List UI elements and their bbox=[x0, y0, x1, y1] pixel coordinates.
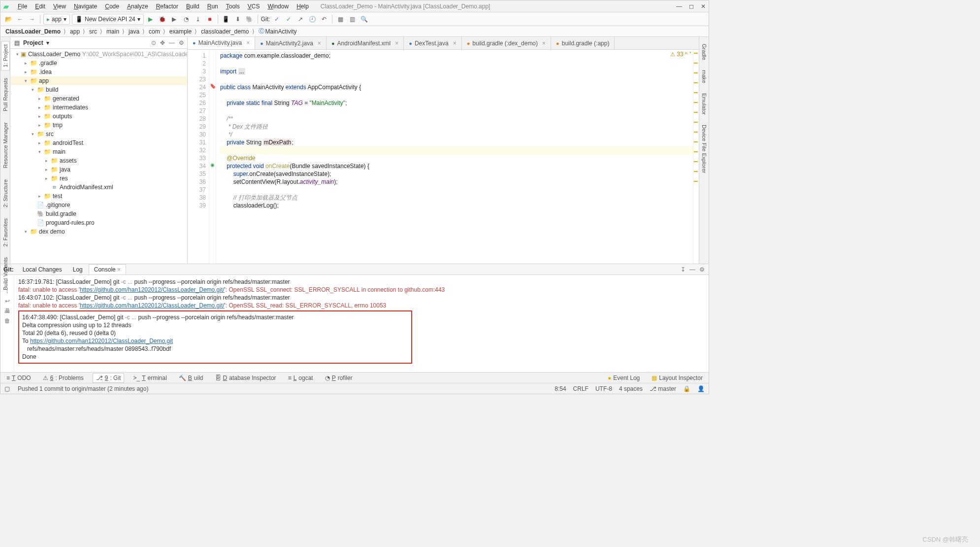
menu-tools[interactable]: Tools bbox=[223, 2, 243, 11]
btab-Profiler[interactable]: ◔Profiler bbox=[322, 374, 356, 382]
sync-icon[interactable]: 🐘 bbox=[245, 14, 255, 24]
btab-Layout Inspector[interactable]: ▦Layout Inspector bbox=[649, 374, 706, 382]
run-config-combo[interactable]: ▸app▾ bbox=[43, 14, 70, 25]
tree-src[interactable]: ▾📁src bbox=[10, 130, 187, 138]
btab-6: Problems[interactable]: ⚠6: Problems bbox=[40, 374, 87, 382]
tree-main[interactable]: ▾📁main bbox=[10, 147, 187, 156]
menu-help[interactable]: Help bbox=[294, 2, 312, 11]
crumb-8[interactable]: Ⓒ MainActivity bbox=[257, 27, 302, 35]
btab-9: Git[interactable]: ⎇9: Git bbox=[93, 373, 125, 383]
profile-icon[interactable]: ◔ bbox=[181, 14, 191, 24]
code[interactable]: package com.example.classloader_demo;imp… bbox=[216, 50, 699, 264]
left-tab-0[interactable]: 1: Project bbox=[1, 41, 10, 70]
git-tab-Log[interactable]: Log bbox=[68, 265, 88, 274]
indent[interactable]: 4 spaces bbox=[619, 385, 643, 392]
tree-AndroidManifest.xml[interactable]: ⌗AndroidManifest.xml bbox=[10, 183, 187, 192]
btab-Logcat[interactable]: ≡Logcat bbox=[285, 374, 316, 382]
tree-intermediates[interactable]: ▸📁intermediates bbox=[10, 103, 187, 112]
settings-icon[interactable]: ⚙ bbox=[179, 39, 184, 46]
crumb-1[interactable]: app bbox=[68, 28, 87, 35]
encoding[interactable]: UTF-8 bbox=[595, 385, 612, 392]
minimize-icon[interactable]: — bbox=[676, 3, 682, 10]
caret-position[interactable]: 8:54 bbox=[555, 385, 566, 392]
maximize-icon[interactable]: ◻ bbox=[689, 3, 694, 10]
tree-.gradle[interactable]: ▸📁.gradle bbox=[10, 59, 187, 68]
close-tab-icon[interactable]: × bbox=[542, 40, 546, 47]
left-tab-5[interactable]: Build Variants bbox=[1, 254, 10, 294]
soft-wrap-icon[interactable]: ↩ bbox=[5, 298, 10, 305]
tree-.gitignore[interactable]: 📄.gitignore bbox=[10, 201, 187, 209]
device-combo[interactable]: 📱New Device API 24▾ bbox=[72, 14, 144, 25]
git-push-icon[interactable]: ↗ bbox=[295, 14, 305, 24]
git-branch[interactable]: ⎇ master bbox=[650, 385, 676, 392]
right-tab-2[interactable]: Emulator bbox=[700, 90, 708, 118]
memory-icon[interactable]: 👤 bbox=[697, 385, 705, 392]
menu-analyze[interactable]: Analyze bbox=[124, 2, 151, 11]
git-update-icon[interactable]: ✓ bbox=[272, 14, 282, 24]
line-ending[interactable]: CRLF bbox=[573, 385, 588, 392]
open-icon[interactable]: 📂 bbox=[3, 14, 13, 24]
crumb-5[interactable]: com bbox=[147, 28, 167, 35]
menu-view[interactable]: View bbox=[50, 2, 69, 11]
git-rollback-icon[interactable]: ↶ bbox=[319, 14, 329, 24]
project-combo[interactable]: Project bbox=[23, 39, 43, 46]
debug-icon[interactable]: 🐞 bbox=[158, 14, 167, 24]
avd-icon[interactable]: 📱 bbox=[221, 14, 231, 24]
tree-proguard-rules.pro[interactable]: 📄proguard-rules.pro bbox=[10, 218, 187, 227]
right-tab-0[interactable]: Gradle bbox=[700, 41, 708, 63]
left-tab-2[interactable]: Resource Manager bbox=[1, 119, 10, 172]
crumb-0[interactable]: ClassLoader_Demo bbox=[3, 28, 68, 35]
attach-icon[interactable]: ⤓ bbox=[193, 14, 203, 24]
tree-test[interactable]: ▸📁test bbox=[10, 192, 187, 201]
warnings-badge[interactable]: ⚠ 33 ^ ˅ bbox=[670, 51, 692, 58]
back-icon[interactable]: ← bbox=[15, 14, 25, 24]
crumb-7[interactable]: classloader_demo bbox=[199, 28, 256, 35]
clear-icon[interactable]: 🗑 bbox=[4, 317, 10, 324]
close-tab-icon[interactable]: × bbox=[318, 40, 321, 47]
tree-assets[interactable]: ▸📁assets bbox=[10, 156, 187, 165]
etab-AndroidManifest.xml[interactable]: ●AndroidManifest.xml× bbox=[327, 37, 404, 50]
tree-.idea[interactable]: ▸📁.idea bbox=[10, 68, 187, 76]
btab-TODO[interactable]: ≡TODO bbox=[3, 374, 34, 382]
run-icon[interactable]: ▶ bbox=[146, 14, 156, 24]
code-area[interactable]: 1232324252627282930313233343536373839 🔖◉… bbox=[188, 50, 699, 264]
menu-edit[interactable]: Edit bbox=[32, 2, 48, 11]
close-tab-icon[interactable]: × bbox=[395, 40, 398, 47]
lock-icon[interactable]: 🔒 bbox=[683, 385, 690, 392]
close-tab-icon[interactable]: × bbox=[453, 40, 457, 47]
tree-build[interactable]: ▾📁build bbox=[10, 85, 187, 94]
menu-vcs[interactable]: VCS bbox=[245, 2, 263, 11]
git-settings-icon[interactable]: ⚙ bbox=[699, 266, 705, 273]
etab-MainActivity2.java[interactable]: ●MainActivity2.java× bbox=[255, 37, 327, 50]
collapse-icon[interactable]: — bbox=[169, 39, 175, 46]
crumb-6[interactable]: example bbox=[167, 28, 199, 35]
tree-androidTest[interactable]: ▸📁androidTest bbox=[10, 138, 187, 147]
etab-DexTest.java[interactable]: ●DexTest.java× bbox=[404, 37, 461, 50]
menu-refactor[interactable]: Refactor bbox=[153, 2, 181, 11]
crumb-2[interactable]: src bbox=[87, 28, 104, 35]
expand-icon[interactable]: ✥ bbox=[160, 39, 165, 46]
git-tab-Local Changes[interactable]: Local Changes bbox=[18, 265, 67, 274]
etab-build.gradle (:dex_demo)[interactable]: ●build.gradle (:dex_demo)× bbox=[462, 37, 551, 50]
git-restore-icon[interactable]: ↧ bbox=[681, 266, 686, 273]
coverage-icon[interactable]: ▶ bbox=[169, 14, 179, 24]
close-icon[interactable]: ✕ bbox=[701, 3, 706, 10]
tree-build.gradle[interactable]: 🐘build.gradle bbox=[10, 209, 187, 218]
tool2-icon[interactable]: ▥ bbox=[347, 14, 357, 24]
sdk-icon[interactable]: ⬇ bbox=[233, 14, 243, 24]
status-hide-icon[interactable]: ▢ bbox=[4, 385, 10, 392]
tree-res[interactable]: ▸📁res bbox=[10, 174, 187, 183]
btab-Terminal[interactable]: >_Terminal bbox=[130, 374, 169, 382]
tree-tmp[interactable]: ▸📁tmp bbox=[10, 121, 187, 130]
menu-code[interactable]: Code bbox=[102, 2, 122, 11]
stop-icon[interactable]: ■ bbox=[205, 14, 215, 24]
btab-Database Inspector[interactable]: 🗄Database Inspector bbox=[212, 374, 279, 382]
left-tab-4[interactable]: 2: Favorites bbox=[1, 215, 10, 250]
left-tab-1[interactable]: Pull Requests bbox=[1, 74, 10, 115]
left-tab-3[interactable]: 2: Structure bbox=[1, 176, 10, 211]
search-icon[interactable]: 🔍 bbox=[359, 14, 369, 24]
select-opened-icon[interactable]: ⊙ bbox=[151, 39, 156, 46]
btab-Build[interactable]: 🔨Build bbox=[176, 374, 206, 382]
print-icon[interactable]: 🖶 bbox=[4, 308, 10, 314]
git-history-icon[interactable]: 🕘 bbox=[307, 14, 317, 24]
